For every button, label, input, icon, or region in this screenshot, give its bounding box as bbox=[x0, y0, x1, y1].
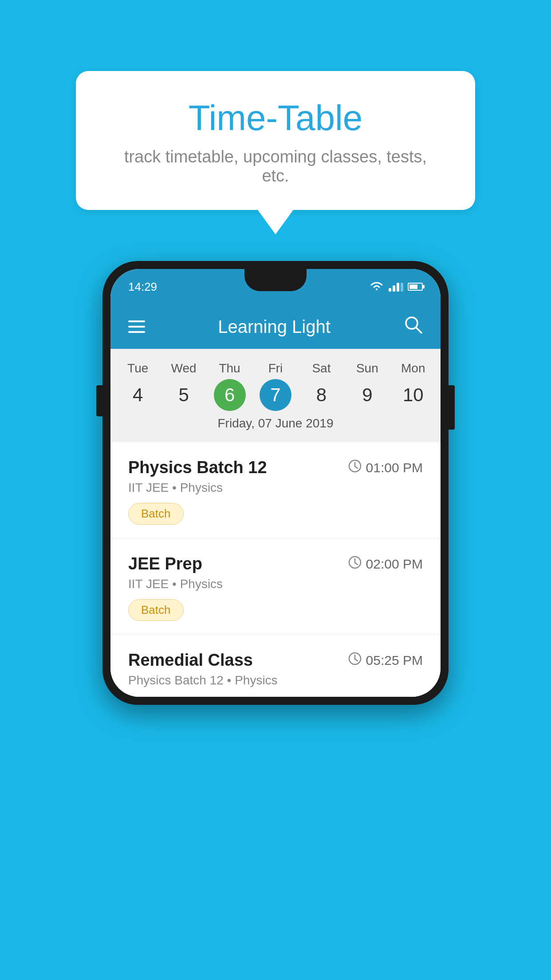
calendar-day-4[interactable]: 4 bbox=[115, 379, 161, 411]
calendar-day-6-today[interactable]: 6 bbox=[214, 379, 246, 411]
phone-screen: 14:29 bbox=[110, 269, 441, 697]
time-value: 05:25 PM bbox=[366, 653, 423, 668]
app-bar: Learning Light bbox=[110, 304, 441, 349]
schedule-item-top: Remedial Class 05:25 PM bbox=[128, 651, 423, 670]
hamburger-icon bbox=[128, 331, 145, 333]
svg-line-4 bbox=[355, 466, 358, 468]
schedule-item[interactable]: Physics Batch 12 01:00 PM bbox=[110, 442, 441, 538]
schedule-item-time: 01:00 PM bbox=[348, 459, 423, 476]
batch-tag: Batch bbox=[128, 503, 184, 525]
signal-icon bbox=[389, 282, 403, 292]
day-header: Fri bbox=[252, 358, 298, 379]
schedule-item-top: Physics Batch 12 01:00 PM bbox=[128, 458, 423, 477]
day-header: Sun bbox=[344, 358, 390, 379]
day-header: Mon bbox=[390, 358, 436, 379]
clock-icon bbox=[348, 556, 362, 572]
calendar-strip: Tue Wed Thu Fri Sat Sun Mon 4 5 6 7 8 9 … bbox=[110, 349, 441, 442]
day-header: Sat bbox=[299, 358, 344, 379]
svg-line-7 bbox=[355, 563, 358, 565]
schedule-item-name: JEE Prep bbox=[128, 554, 202, 573]
status-bar: 14:29 bbox=[110, 269, 441, 304]
time-value: 02:00 PM bbox=[366, 557, 423, 572]
schedule-item-info: Physics Batch 12 • Physics bbox=[128, 673, 423, 688]
time-value: 01:00 PM bbox=[366, 460, 423, 475]
calendar-day-7-selected[interactable]: 7 bbox=[260, 379, 291, 411]
wifi-icon bbox=[369, 281, 384, 292]
hamburger-icon bbox=[128, 326, 145, 328]
speech-bubble: Time-Table track timetable, upcoming cla… bbox=[76, 71, 475, 210]
calendar-day-10[interactable]: 10 bbox=[390, 379, 436, 411]
schedule-item-name: Physics Batch 12 bbox=[128, 458, 267, 477]
speech-bubble-arrow bbox=[258, 210, 293, 234]
hamburger-icon bbox=[128, 320, 145, 322]
clock-icon bbox=[348, 459, 362, 476]
calendar-day-8[interactable]: 8 bbox=[299, 379, 344, 411]
search-icon[interactable] bbox=[403, 315, 423, 339]
svg-line-1 bbox=[416, 328, 421, 333]
svg-line-10 bbox=[355, 659, 358, 661]
menu-button[interactable] bbox=[128, 320, 145, 333]
speech-bubble-title: Time-Table bbox=[111, 98, 440, 138]
schedule-item-info: IIT JEE • Physics bbox=[128, 481, 423, 495]
day-header: Thu bbox=[207, 358, 252, 379]
calendar-day-5[interactable]: 5 bbox=[161, 379, 206, 411]
schedule-item-time: 05:25 PM bbox=[348, 652, 423, 668]
schedule-item-top: JEE Prep 02:00 PM bbox=[128, 554, 423, 573]
app-title: Learning Light bbox=[218, 317, 331, 337]
clock-icon bbox=[348, 652, 362, 668]
phone-mockup: 14:29 bbox=[102, 261, 449, 705]
day-numbers: 4 5 6 7 8 9 10 bbox=[110, 379, 441, 411]
schedule-list: Physics Batch 12 01:00 PM bbox=[110, 442, 441, 697]
status-time: 14:29 bbox=[128, 280, 157, 294]
calendar-day-9[interactable]: 9 bbox=[344, 379, 390, 411]
schedule-item-name: Remedial Class bbox=[128, 651, 253, 670]
schedule-item-info: IIT JEE • Physics bbox=[128, 577, 423, 591]
schedule-item-last[interactable]: Remedial Class 05:25 PM bbox=[110, 635, 441, 697]
phone-outer: 14:29 bbox=[102, 261, 449, 705]
day-header: Wed bbox=[161, 358, 206, 379]
schedule-item[interactable]: JEE Prep 02:00 PM bbox=[110, 538, 441, 635]
battery-icon bbox=[408, 283, 423, 291]
selected-date-label: Friday, 07 June 2019 bbox=[110, 411, 441, 438]
day-header: Tue bbox=[115, 358, 161, 379]
batch-tag: Batch bbox=[128, 599, 184, 621]
speech-bubble-wrapper: Time-Table track timetable, upcoming cla… bbox=[76, 71, 475, 234]
schedule-item-time: 02:00 PM bbox=[348, 556, 423, 572]
day-headers: Tue Wed Thu Fri Sat Sun Mon bbox=[110, 358, 441, 379]
speech-bubble-subtitle: track timetable, upcoming classes, tests… bbox=[111, 147, 440, 186]
status-icons bbox=[369, 281, 423, 292]
